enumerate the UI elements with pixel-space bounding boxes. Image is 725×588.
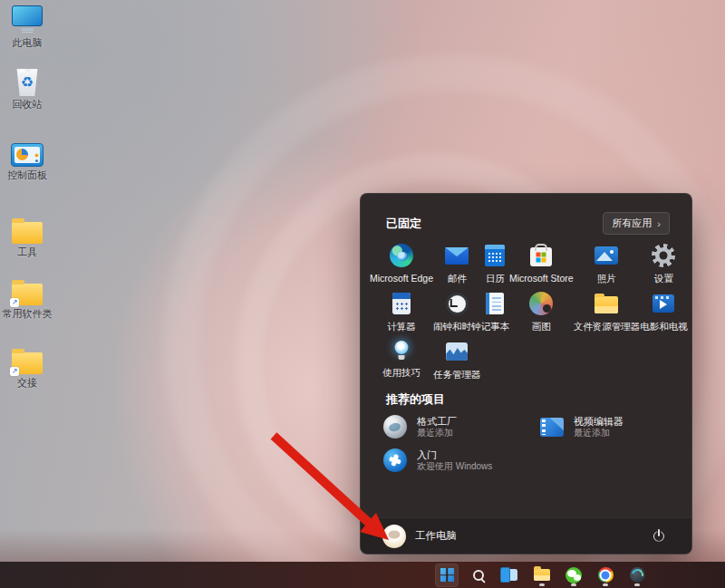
taskbar-start-button[interactable] — [435, 564, 459, 587]
wechat-icon — [566, 567, 582, 583]
chrome-icon — [598, 567, 614, 583]
format-factory-icon — [382, 414, 408, 439]
recommended-item-format-factory[interactable]: 格式工厂 最近添加 — [382, 414, 539, 439]
desktop-icon-label: 此电脑 — [13, 37, 43, 48]
clock-icon — [444, 291, 469, 316]
search-icon — [473, 570, 484, 581]
pinned-app-notepad[interactable]: 记事本 — [481, 287, 510, 335]
running-indicator — [539, 583, 545, 586]
pinned-app-edge[interactable]: Microsoft Edge — [370, 239, 433, 287]
desktop-icon-label: 回收站 — [13, 99, 43, 110]
notepad-icon — [482, 291, 508, 316]
task-manager-icon — [444, 339, 469, 364]
desktop-icon-folder-handover[interactable]: ↗ 交接 — [2, 348, 53, 388]
photos-icon — [594, 243, 619, 268]
pinned-app-file-explorer[interactable]: 文件资源管理器 — [574, 287, 641, 335]
pinned-app-mail[interactable]: 邮件 — [433, 239, 481, 287]
taskbar-file-explorer-button[interactable] — [530, 564, 554, 587]
desktop-wallpaper: 此电脑 回收站 控制面板 工具 ↗ 常用软件类 ↗ 交接 已固定 所有应用 › … — [0, 0, 725, 588]
taskbar-wechat-button[interactable] — [562, 564, 585, 587]
all-apps-label: 所有应用 — [612, 217, 652, 230]
running-indicator — [634, 583, 640, 586]
folder-icon — [12, 222, 43, 244]
taskbar — [0, 562, 725, 588]
movies-tv-icon — [651, 291, 676, 316]
chevron-right-icon: › — [657, 218, 661, 229]
pinned-app-calculator[interactable]: 计算器 — [370, 287, 433, 335]
recycle-bin-icon — [15, 69, 39, 96]
desktop-icon-label: 控制面板 — [7, 169, 47, 180]
pinned-app-paint[interactable]: 画图 — [509, 287, 574, 335]
desktop-icon-recycle-bin[interactable]: 回收站 — [2, 69, 53, 110]
start-menu-footer: 工作电脑 — [361, 517, 691, 554]
start-icon — [440, 568, 454, 582]
user-name: 工作电脑 — [415, 529, 457, 543]
paint-icon — [528, 291, 554, 316]
video-editor-icon — [539, 414, 565, 439]
pinned-app-movies-tv[interactable]: 电影和电视 — [640, 287, 688, 335]
pinned-app-clock[interactable]: 闹钟和时钟 — [433, 287, 481, 335]
calendar-icon — [482, 243, 508, 268]
pinned-section-header: 已固定 — [386, 216, 421, 232]
calculator-icon — [389, 291, 414, 316]
taskbar-task-view-button[interactable] — [498, 564, 522, 587]
pinned-app-photos[interactable]: 照片 — [574, 239, 641, 287]
taskbar-format-factory-button[interactable] — [625, 564, 649, 587]
power-button[interactable] — [644, 523, 673, 550]
tips-icon — [390, 339, 413, 362]
desktop-icon-folder-tools[interactable]: 工具 — [2, 217, 53, 257]
user-account-button[interactable]: 工作电脑 — [382, 525, 457, 548]
recommended-grid: 格式工厂 最近添加 视频编辑器 最近添加 入门 欢迎使用 Windows — [382, 414, 679, 473]
desktop-icon-label: 常用软件类 — [3, 308, 53, 319]
shortcut-arrow-icon: ↗ — [10, 298, 19, 307]
pinned-app-calendar[interactable]: 日历 — [481, 239, 510, 287]
pinned-app-tips[interactable]: 使用技巧 — [370, 335, 433, 383]
running-indicator — [571, 583, 576, 586]
pinned-apps-grid: Microsoft Edge 邮件 日历 Microsoft Store 照片 … — [370, 239, 686, 383]
recommended-section-header: 推荐的项目 — [386, 391, 445, 408]
this-pc-icon — [12, 5, 43, 26]
file-explorer-icon — [534, 569, 550, 581]
taskbar-search-button[interactable] — [467, 564, 490, 587]
all-apps-button[interactable]: 所有应用 › — [603, 212, 670, 235]
folder-shortcut-icon: ↗ — [12, 284, 43, 305]
running-indicator — [603, 583, 608, 586]
task-view-icon — [503, 569, 517, 581]
desktop-icon-folder-software[interactable]: ↗ 常用软件类 — [2, 279, 53, 319]
get-started-icon — [382, 448, 408, 473]
desktop-icon-this-pc[interactable]: 此电脑 — [2, 5, 53, 48]
settings-gear-icon — [651, 243, 676, 268]
store-icon — [528, 243, 554, 268]
power-icon — [652, 530, 665, 543]
start-menu-panel: 已固定 所有应用 › Microsoft Edge 邮件 日历 Microsof… — [360, 193, 692, 554]
user-avatar — [382, 525, 406, 548]
control-panel-icon — [11, 143, 44, 167]
format-factory-icon — [630, 567, 645, 583]
desktop-icon-control-panel[interactable]: 控制面板 — [2, 143, 53, 180]
pinned-app-store[interactable]: Microsoft Store — [509, 239, 574, 287]
recommended-item-get-started[interactable]: 入门 欢迎使用 Windows — [382, 448, 539, 473]
pinned-app-settings[interactable]: 设置 — [640, 239, 688, 287]
recommended-item-video-editor[interactable]: 视频编辑器 最近添加 — [539, 414, 679, 439]
folder-shortcut-icon: ↗ — [12, 352, 43, 374]
desktop-icon-label: 工具 — [17, 246, 37, 257]
desktop-icon-label: 交接 — [17, 377, 37, 388]
mail-icon — [444, 243, 469, 268]
pinned-app-task-manager[interactable]: 任务管理器 — [433, 335, 481, 383]
file-explorer-icon — [594, 291, 619, 316]
taskbar-chrome-button[interactable] — [594, 564, 617, 587]
shortcut-arrow-icon: ↗ — [10, 367, 19, 376]
edge-icon — [389, 243, 414, 268]
